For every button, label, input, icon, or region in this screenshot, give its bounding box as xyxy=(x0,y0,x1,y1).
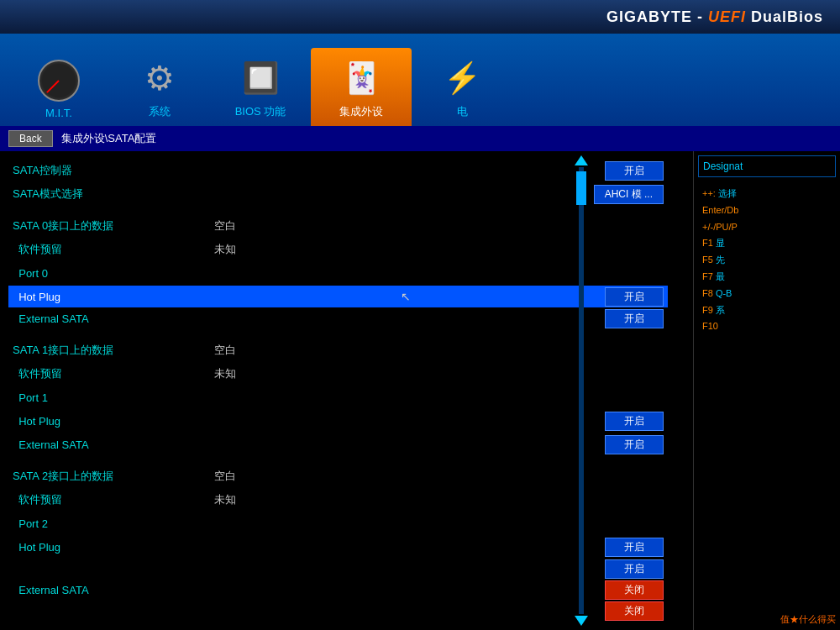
sata2-software-value: 未知 xyxy=(214,492,236,507)
sata0-software-label: 软件预留 xyxy=(13,242,197,257)
sata1-software-row: 软件预留 未知 xyxy=(13,363,664,385)
sata0-external-label: External SATA xyxy=(13,312,197,325)
tab-mit-label: M.I.T. xyxy=(45,107,72,119)
sata0-data-row: SATA 0接口上的数据 空白 xyxy=(13,215,664,237)
tab-bios-label: BIOS 功能 xyxy=(235,104,286,119)
sata2-data-row: SATA 2接口上的数据 空白 xyxy=(13,465,664,487)
dualbios-text: DualBios xyxy=(746,8,823,25)
sata1-hotplug-btn[interactable]: 开启 xyxy=(605,412,664,431)
card-icon: 🃏 xyxy=(336,55,386,101)
sata2-external-btn2[interactable]: 关闭 xyxy=(605,580,664,600)
scroll-thumb[interactable] xyxy=(576,171,586,205)
sata2-software-label: 软件预留 xyxy=(13,492,197,507)
sata2-hotplug-label: Hot Plug xyxy=(13,541,197,554)
sata1-port1-label: Port 1 xyxy=(13,391,197,404)
sata2-port2-row: Port 2 xyxy=(13,512,664,534)
tab-power-label: 电 xyxy=(457,104,468,119)
sata1-external-row: External SATA 开启 xyxy=(13,433,664,455)
tab-power[interactable]: ⚡ 电 xyxy=(412,48,512,126)
sata1-external-label: External SATA xyxy=(13,438,197,451)
sata1-hotplug-row: Hot Plug 开启 xyxy=(13,410,664,432)
sata1-port1-row: Port 1 xyxy=(13,386,664,408)
sata0-port0-row: Port 0 xyxy=(13,262,664,284)
cursor: ↖ xyxy=(401,290,411,303)
tab-system[interactable]: ⚙ 系统 xyxy=(109,48,210,126)
brand-name: GIGABYTE - xyxy=(606,8,708,25)
sata0-port0-label: Port 0 xyxy=(13,267,197,280)
gear-icon: ⚙ xyxy=(134,55,185,101)
scrollbar xyxy=(575,155,588,626)
chip-icon: 🔲 xyxy=(235,55,286,101)
designat-label: Designat xyxy=(698,155,836,177)
sata2-external-btn3[interactable]: 关闭 xyxy=(605,601,664,621)
back-button[interactable]: Back xyxy=(8,130,53,147)
tab-system-label: 系统 xyxy=(149,104,171,119)
sata2-external-btn1[interactable]: 开启 xyxy=(605,559,664,579)
sata0-software-row: 软件预留 未知 xyxy=(13,239,664,260)
sata2-hotplug-btn[interactable]: 开启 xyxy=(605,538,664,557)
sata0-software-value: 未知 xyxy=(214,242,236,257)
breadcrumb-bar: Back 集成外设\SATA配置 xyxy=(0,126,840,151)
power-icon: ⚡ xyxy=(437,55,487,101)
sata0-external-row: External SATA 开启 xyxy=(13,307,664,329)
scroll-up-arrow[interactable] xyxy=(575,155,588,165)
sata2-external-group: External SATA 开启 关闭 关闭 xyxy=(13,559,664,621)
speedometer-icon xyxy=(34,57,84,103)
sata1-value: 空白 xyxy=(214,343,236,358)
header-bar: GIGABYTE - UEFI DualBios xyxy=(0,0,840,34)
watermark: 值★什么得买 xyxy=(780,613,836,626)
sata-mode-row: SATA模式选择 AHCI 模 ... xyxy=(13,183,664,205)
header-title: GIGABYTE - UEFI DualBios xyxy=(606,8,823,26)
nav-area: M.I.T. ⚙ 系统 🔲 BIOS 功能 🃏 集成外设 ⚡ 电 xyxy=(0,34,840,126)
sata2-value: 空白 xyxy=(214,469,236,484)
sata1-data-row: SATA 1接口上的数据 空白 xyxy=(13,339,664,361)
sata0-label: SATA 0接口上的数据 xyxy=(13,218,197,234)
tab-bios[interactable]: 🔲 BIOS 功能 xyxy=(210,48,311,126)
sata1-label: SATA 1接口上的数据 xyxy=(13,343,197,358)
sata0-hotplug-label: Hot Plug xyxy=(13,291,197,303)
sata0-hotplug-btn[interactable]: 开启 xyxy=(605,287,664,307)
sata0-hotplug-row: Hot Plug ↖ 开启 xyxy=(8,286,668,307)
sata2-port2-label: Port 2 xyxy=(13,517,197,530)
sata1-software-label: 软件预留 xyxy=(13,366,197,381)
right-sidebar: Designat ++: 选择 Enter/Db +/-/PU/P F1 显 F… xyxy=(693,151,840,630)
sata2-external-label: External SATA xyxy=(13,584,197,596)
sata-mode-label: SATA模式选择 xyxy=(13,186,197,202)
tab-peripherals[interactable]: 🃏 集成外设 xyxy=(311,48,412,126)
tab-mit[interactable]: M.I.T. xyxy=(8,50,109,126)
nav-tabs: M.I.T. ⚙ 系统 🔲 BIOS 功能 🃏 集成外设 ⚡ 电 xyxy=(0,48,840,126)
help-text: ++: 选择 Enter/Db +/-/PU/P F1 显 F5 先 F7 最 … xyxy=(698,181,836,339)
sata-mode-btn[interactable]: AHCI 模 ... xyxy=(594,185,664,204)
uefi-text: UEFI xyxy=(708,8,746,25)
tab-peripherals-label: 集成外设 xyxy=(339,104,383,119)
sata2-software-row: 软件预留 未知 xyxy=(13,489,664,511)
scrollbar-container xyxy=(676,151,693,630)
sata1-software-value: 未知 xyxy=(214,366,236,381)
sata0-value: 空白 xyxy=(214,218,236,234)
sata1-external-btn[interactable]: 开启 xyxy=(605,435,664,454)
main-content: SATA控制器 开启 SATA模式选择 AHCI 模 ... SATA 0接口上… xyxy=(0,151,840,630)
sata-controller-label: SATA控制器 xyxy=(13,163,197,178)
sata2-hotplug-row: Hot Plug 开启 xyxy=(13,536,664,558)
sata-controller-btn[interactable]: 开启 xyxy=(605,161,664,181)
breadcrumb: 集成外设\SATA配置 xyxy=(61,131,157,146)
sata-controller-row: SATA控制器 开启 xyxy=(13,160,664,181)
scroll-track xyxy=(579,167,584,614)
sata2-label: SATA 2接口上的数据 xyxy=(13,469,197,484)
scroll-down-arrow[interactable] xyxy=(575,616,588,626)
sata0-external-btn[interactable]: 开启 xyxy=(605,309,664,328)
sata1-hotplug-label: Hot Plug xyxy=(13,415,197,428)
